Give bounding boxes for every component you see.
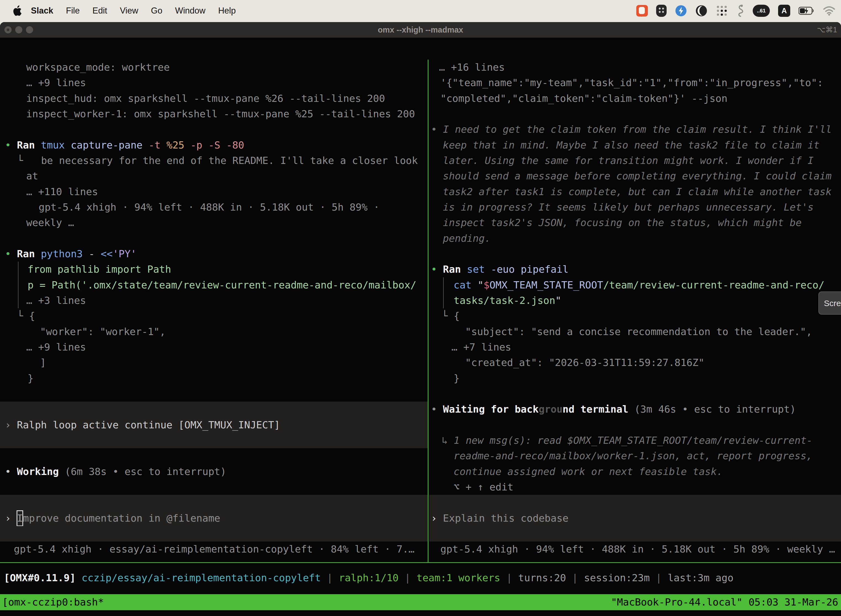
battery-icon[interactable] (799, 7, 815, 15)
terminal-row: at (0, 168, 428, 184)
terminal-row (0, 433, 428, 448)
terminal-row: inspect_hud: omx sparkshell --tmux-pane … (0, 91, 428, 106)
window-title: omx --xhigh --madmax (0, 22, 841, 38)
arc-circle-icon[interactable] (695, 5, 708, 17)
terminal-row (429, 106, 841, 122)
terminal-row: gpt-5.4 xhigh · 94% left · 488K in · 5.1… (0, 199, 428, 215)
prompt-input[interactable] (0, 526, 428, 541)
terminal-row: later. Using the same for transition mig… (429, 153, 841, 168)
terminal-row (0, 386, 428, 402)
letter-a-icon[interactable]: A (778, 5, 790, 17)
terminal-row: gpt-5.4 xhigh · essay/ai-reimplementatio… (0, 541, 428, 557)
terminal-window: omx --xhigh --madmax ⌥⌘1 workspace_mode:… (0, 22, 841, 616)
terminal-row: └ be necessary for the end of the README… (0, 153, 428, 168)
terminal-row: "created_at": "2026-03-31T11:59:27.816Z" (429, 355, 841, 370)
window-shortcut: ⌥⌘1 (817, 22, 837, 38)
chat-icon[interactable] (636, 5, 648, 16)
terminal-row: ↳ 1 new msg(s): read $OMX_TEAM_STATE_ROO… (429, 433, 841, 448)
terminal-row: … +9 lines (0, 75, 428, 91)
terminal-row: pending. (429, 231, 841, 246)
terminal-row: } (0, 371, 428, 386)
terminal-row (0, 402, 428, 417)
terminal-row (429, 386, 841, 402)
terminal-row: inspect task2's JSON, focusing on the st… (429, 215, 841, 230)
left-terminal-pane: workspace_mode: worktree… +9 linesinspec… (0, 60, 428, 562)
screen-tooltip: Scre (818, 292, 841, 315)
terminal-row: weekly … (0, 215, 428, 230)
terminal-row: └ { (0, 308, 428, 324)
tmux-status-bar: [omx-cczip0:bash* "MacBook-Pro-44.local"… (0, 594, 841, 610)
terminal-row: ] (0, 355, 428, 370)
terminal-row (0, 231, 428, 246)
terminal-row: should send a message before completing … (429, 168, 841, 184)
badge-61-icon[interactable]: ..61 (753, 5, 770, 17)
terminal-row: › Ralph loop active continue [OMX_TMUX_I… (0, 417, 428, 433)
prompt-input[interactable] (429, 526, 841, 541)
tmux-session-label: [omx-cczip0:bash* (2, 594, 104, 610)
terminal-row (0, 480, 428, 495)
terminal-row: inspect_worker-1: omx sparkshell --tmux-… (0, 106, 428, 122)
right-terminal-pane: … +16 lines'{"team_name":"my-team","task… (429, 60, 841, 562)
menu-bar-status-area: ..61 A (636, 0, 835, 22)
terminal-row: • Ran tmux capture-pane -t %25 -p -S -80 (0, 138, 428, 153)
prompt-input[interactable]: › Improve documentation in @filename (0, 510, 428, 526)
terminal-row: … +9 lines (0, 339, 428, 355)
terminal-row: • Ran set -euo pipefail (429, 262, 841, 277)
menu-item-help[interactable]: Help (218, 6, 236, 15)
terminal-row: "worker": "worker-1", (0, 324, 428, 339)
bolt-circle-icon[interactable] (675, 5, 687, 17)
window-title-bar: omx --xhigh --madmax ⌥⌘1 (0, 22, 841, 38)
terminal-row: • Waiting for background terminal (3m 46… (429, 402, 841, 417)
active-app-name[interactable]: Slack (31, 6, 53, 16)
terminal-row: keep that in mind. Maybe I also need the… (429, 138, 841, 153)
prompt-input[interactable] (429, 495, 841, 510)
terminal-row (0, 448, 428, 463)
macos-menu-bar: Slack FileEditViewGoWindowHelp ..61 A (0, 0, 841, 22)
menu-item-view[interactable]: View (120, 6, 138, 15)
terminal-row: } (429, 371, 841, 386)
menu-item-edit[interactable]: Edit (92, 6, 107, 15)
terminal-row (0, 122, 428, 137)
terminal-row: cat "$OMX_TEAM_STATE_ROOT/team/review-cu… (429, 277, 841, 293)
menu-item-file[interactable]: File (66, 6, 80, 15)
terminal-row: … +110 lines (0, 184, 428, 199)
terminal-row (429, 417, 841, 433)
tmux-host-clock-label: "MacBook-Pro-44.local" 05:03 31-Mar-26 (611, 594, 838, 610)
terminal-row: … +7 lines (429, 339, 841, 355)
terminal-row (429, 246, 841, 262)
prompt-input[interactable]: › Explain this codebase (429, 510, 841, 526)
terminal-row: gpt-5.4 xhigh · 94% left · 488K in · 5.1… (429, 541, 841, 557)
terminal-row: … +16 lines (429, 60, 841, 75)
wifi-icon[interactable] (823, 6, 835, 16)
terminal-row: … +3 lines (0, 293, 428, 308)
terminal-row: is in progress? It seems likely but perh… (429, 199, 841, 215)
terminal-row: "completed","claim_token":"claim-token"}… (429, 91, 841, 106)
menu-item-go[interactable]: Go (151, 6, 162, 15)
terminal-row: '{"team_name":"my-team","task_id":"1","f… (429, 75, 841, 91)
prompt-input[interactable] (0, 495, 428, 510)
terminal-row: from pathlib import Path (0, 262, 428, 277)
tmux-vertical-pane-border[interactable] (428, 60, 428, 562)
terminal-row: task2 after task1 is complete, but can I… (429, 184, 841, 199)
menu-item-window[interactable]: Window (175, 6, 205, 15)
terminal-row: └ { (429, 308, 841, 324)
terminal-row: "subject": "send a concise recommendatio… (429, 324, 841, 339)
shield-icon[interactable] (656, 5, 667, 17)
terminal-row: • Ran python3 - <<'PY' (0, 246, 428, 262)
squiggle-icon[interactable] (736, 4, 744, 18)
omx-status-line: [OMX#0.11.9] cczip/essay/ai-reimplementa… (0, 570, 841, 586)
terminal-row: p = Path('.omx/state/team/review-current… (0, 277, 428, 293)
terminal-row: • Working (6m 38s • esc to interrupt) (0, 464, 428, 480)
terminal-row: • I need to get the claim token from the… (429, 122, 841, 137)
terminal-row: readme-and-reco/mailbox/worker-1.json, a… (429, 448, 841, 463)
terminal-row: ⌥ + ↑ edit (429, 480, 841, 495)
apple-menu-icon[interactable] (10, 4, 23, 17)
terminal-row: tasks/task-2.json" (429, 293, 841, 308)
terminal-row: workspace_mode: worktree (0, 60, 428, 75)
dots-grid-icon[interactable] (716, 5, 728, 17)
terminal-row: continue assigned work or next feasible … (429, 464, 841, 480)
